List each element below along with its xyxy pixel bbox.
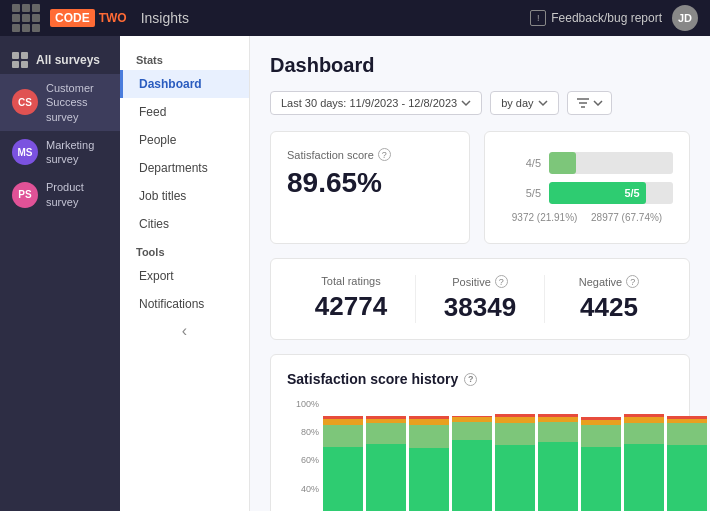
mid-nav: Stats Dashboard Feed People Departments …	[120, 36, 250, 511]
bar-row-1: 4/5	[501, 152, 673, 174]
y-label-60: 60%	[287, 455, 319, 465]
satisfaction-bar-card: 4/5 5/5 5/5 9372 (2	[484, 131, 690, 244]
tools-section-label: Tools	[120, 238, 249, 262]
total-ratings-block: Total ratings 42774	[287, 275, 415, 323]
logo: CODE TWO	[50, 9, 127, 27]
negative-label: Negative ?	[555, 275, 663, 288]
positive-value: 38349	[426, 292, 534, 323]
date-range-value: Last 30 days: 11/9/2023 - 12/8/2023	[281, 97, 457, 109]
survey-item-cs[interactable]: CS Customer Success survey	[0, 74, 120, 131]
satisfaction-help-icon[interactable]: ?	[378, 148, 391, 161]
top-cards-row: Satisfaction score ? 89.65% 4/5 5/5	[270, 131, 690, 244]
survey-badge-ps: PS	[12, 182, 38, 208]
satisfaction-value: 89.65%	[287, 167, 453, 199]
stats-section-label: Stats	[120, 46, 249, 70]
bar-sublabels: 9372 (21.91%) 28977 (67.74%)	[501, 212, 673, 223]
chart-title: Satisfaction score history ?	[287, 371, 673, 387]
bar-col-top-4	[495, 399, 535, 511]
chevron-down-icon	[461, 98, 471, 108]
topbar-title: Insights	[141, 10, 189, 26]
avatar[interactable]: JD	[672, 5, 698, 31]
bar1-fill	[549, 152, 576, 174]
bar1-label: 4/5	[501, 157, 541, 169]
bar2-label: 5/5	[501, 187, 541, 199]
ratings-row: Total ratings 42774 Positive ? 38349 Neg…	[287, 275, 673, 323]
logo-two: TWO	[99, 11, 127, 25]
bar2-fill: 5/5	[549, 182, 646, 204]
positive-label: Positive ?	[426, 275, 534, 288]
ratings-card: Total ratings 42774 Positive ? 38349 Neg…	[270, 258, 690, 340]
feedback-label: Feedback/bug report	[551, 11, 662, 25]
negative-ratings-block: Negative ? 4425	[544, 275, 673, 323]
bar-col-top-3	[452, 399, 492, 511]
groupby-dropdown[interactable]: by day	[490, 91, 558, 115]
satisfaction-label: Satisfaction score ?	[287, 148, 453, 161]
app-grid-icon[interactable]	[12, 4, 40, 32]
collapse-nav-button[interactable]: ‹	[120, 318, 249, 344]
survey-name-cs: Customer Success survey	[46, 81, 108, 124]
main-content: Dashboard Last 30 days: 11/9/2023 - 12/8…	[250, 36, 710, 511]
nav-item-cities[interactable]: Cities	[120, 210, 249, 238]
page-title: Dashboard	[270, 54, 690, 77]
nav-item-jobtitles[interactable]: Job titles	[120, 182, 249, 210]
feedback-icon: !	[530, 10, 546, 26]
total-ratings-value: 42774	[297, 291, 405, 322]
filter-bar: Last 30 days: 11/9/2023 - 12/8/2023 by d…	[270, 91, 690, 115]
chevron-down-icon2	[538, 98, 548, 108]
bar-col-top-6	[581, 399, 621, 511]
logo-code: CODE	[50, 9, 95, 27]
survey-item-ms[interactable]: MS Marketing survey	[0, 131, 120, 174]
bar2-value-label: 5/5	[624, 187, 639, 199]
bar2-track: 5/5	[549, 182, 673, 204]
groupby-value: by day	[501, 97, 533, 109]
nav-item-dashboard[interactable]: Dashboard	[120, 70, 249, 98]
bar1-count: 9372 (21.91%)	[512, 212, 578, 223]
survey-name-ps: Product survey	[46, 180, 108, 209]
nav-item-notifications[interactable]: Notifications	[120, 290, 249, 318]
chart-bars-container: 11/18/202311/19/202311/20/202311/21/2023…	[323, 399, 710, 511]
y-label-80: 80%	[287, 427, 319, 437]
survey-item-ps[interactable]: PS Product survey	[0, 173, 120, 216]
chevron-down-icon3	[593, 100, 603, 106]
bar-row-2: 5/5 5/5	[501, 182, 673, 204]
main-layout: All surveys CS Customer Success survey M…	[0, 36, 710, 511]
positive-help-icon[interactable]: ?	[495, 275, 508, 288]
nav-item-export[interactable]: Export	[120, 262, 249, 290]
positive-ratings-block: Positive ? 38349	[415, 275, 544, 323]
nav-item-feed[interactable]: Feed	[120, 98, 249, 126]
bar-col-top-7	[624, 399, 664, 511]
feedback-button[interactable]: ! Feedback/bug report	[530, 10, 662, 26]
left-sidebar: All surveys CS Customer Success survey M…	[0, 36, 120, 511]
survey-badge-cs: CS	[12, 89, 38, 115]
nav-item-departments[interactable]: Departments	[120, 154, 249, 182]
bar-col-top-8	[667, 399, 707, 511]
y-label-100: 100%	[287, 399, 319, 409]
bar-col-top-5	[538, 399, 578, 511]
all-surveys-label: All surveys	[36, 53, 100, 67]
y-axis: 100% 80% 60% 40% 20% 0% 20% 40% 60% 80% …	[287, 399, 323, 511]
total-ratings-label: Total ratings	[297, 275, 405, 287]
bar1-track	[549, 152, 673, 174]
satisfaction-score-card: Satisfaction score ? 89.65%	[270, 131, 470, 244]
survey-name-ms: Marketing survey	[46, 138, 108, 167]
negative-help-icon[interactable]: ?	[626, 275, 639, 288]
nav-item-people[interactable]: People	[120, 126, 249, 154]
chart-help-icon[interactable]: ?	[464, 373, 477, 386]
bar-col-top-0	[323, 399, 363, 511]
bar2-count: 28977 (67.74%)	[591, 212, 662, 223]
filter-options-button[interactable]	[567, 91, 612, 115]
all-surveys-item[interactable]: All surveys	[0, 46, 120, 74]
bar-col-top-2	[409, 399, 449, 511]
negative-value: 4425	[555, 292, 663, 323]
survey-badge-ms: MS	[12, 139, 38, 165]
bar-col-top-1	[366, 399, 406, 511]
topbar: CODE TWO Insights ! Feedback/bug report …	[0, 0, 710, 36]
grid-icon	[12, 52, 28, 68]
chart-area: 100% 80% 60% 40% 20% 0% 20% 40% 60% 80% …	[287, 399, 673, 511]
filter-icon	[576, 97, 590, 109]
y-label-40: 40%	[287, 484, 319, 494]
chart-section: Satisfaction score history ? 100% 80% 60…	[270, 354, 690, 511]
top-bars-area	[323, 399, 710, 511]
date-range-dropdown[interactable]: Last 30 days: 11/9/2023 - 12/8/2023	[270, 91, 482, 115]
